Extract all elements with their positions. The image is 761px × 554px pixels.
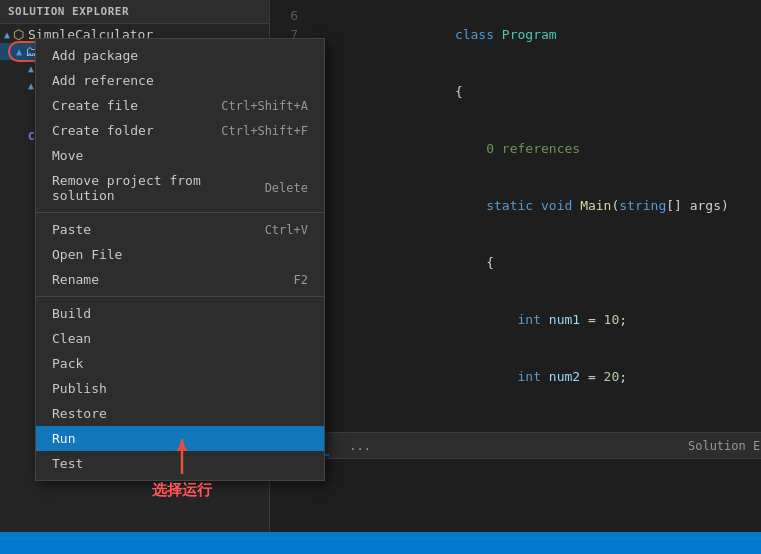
- code-line-6: class Program: [310, 6, 761, 63]
- menu-rename[interactable]: Rename F2: [36, 267, 324, 292]
- menu-open-file[interactable]: Open File: [36, 242, 324, 267]
- menu-add-package[interactable]: Add package: [36, 43, 324, 68]
- menu-run[interactable]: Run: [36, 426, 324, 451]
- menu-build[interactable]: Build: [36, 301, 324, 326]
- menu-test[interactable]: Test: [36, 451, 324, 476]
- menu-publish[interactable]: Publish: [36, 376, 324, 401]
- code-content: 6 7: [270, 0, 761, 432]
- menu-pack[interactable]: Pack: [36, 351, 324, 376]
- solution-explorer-header: Solution Explorer: [0, 0, 269, 24]
- code-line-ref: 0 references: [310, 120, 761, 177]
- solution-explorer-title: Solution Explorer: [8, 5, 129, 18]
- tab-more[interactable]: ...: [345, 437, 375, 455]
- code-lines: class Program { 0 references static void…: [310, 4, 761, 428]
- menu-create-folder[interactable]: Create folder Ctrl+Shift+F: [36, 118, 324, 143]
- code-line-8: static void Main(string[] args): [310, 177, 761, 234]
- app-container: Solution Explorer ▲ ⬡ SimpleCalculator ▲…: [0, 0, 761, 554]
- menu-move[interactable]: Move: [36, 143, 324, 168]
- menu-restore[interactable]: Restore: [36, 401, 324, 426]
- menu-sep2: [36, 296, 324, 297]
- menu-remove-project[interactable]: Remove project from solution Delete: [36, 168, 324, 208]
- status-bar: [0, 532, 761, 554]
- remove-project-shortcut: Delete: [265, 181, 308, 195]
- code-line-9: {: [310, 234, 761, 291]
- menu-sep1: [36, 212, 324, 213]
- editor-area: 6 7: [270, 0, 761, 532]
- bottom-panel: OUTPUT ... Solution Explorer: [270, 432, 761, 532]
- code-line-10: int num1 = 10;: [310, 291, 761, 348]
- context-menu: Add package Add reference Create file Ct…: [35, 38, 325, 481]
- tab-solution-explorer[interactable]: Solution Explorer: [684, 437, 761, 455]
- menu-create-file[interactable]: Create file Ctrl+Shift+A: [36, 93, 324, 118]
- solution-explorer-panel: Solution Explorer ▲ ⬡ SimpleCalculator ▲…: [0, 0, 270, 532]
- code-line-7: {: [310, 63, 761, 120]
- menu-clean[interactable]: Clean: [36, 326, 324, 351]
- menu-add-reference[interactable]: Add reference: [36, 68, 324, 93]
- rename-shortcut: F2: [294, 273, 308, 287]
- paste-shortcut: Ctrl+V: [265, 223, 308, 237]
- code-line-11: int num2 = 20;: [310, 348, 761, 405]
- bottom-tabs: OUTPUT ... Solution Explorer: [270, 433, 761, 459]
- output-content: [270, 459, 761, 532]
- create-file-shortcut: Ctrl+Shift+A: [221, 99, 308, 113]
- main-area: Solution Explorer ▲ ⬡ SimpleCalculator ▲…: [0, 0, 761, 532]
- menu-paste[interactable]: Paste Ctrl+V: [36, 217, 324, 242]
- create-folder-shortcut: Ctrl+Shift+F: [221, 124, 308, 138]
- code-editor: 6 7: [270, 0, 761, 432]
- code-line-12: int sum =MathOperation.Add(num1,num2);: [310, 405, 761, 428]
